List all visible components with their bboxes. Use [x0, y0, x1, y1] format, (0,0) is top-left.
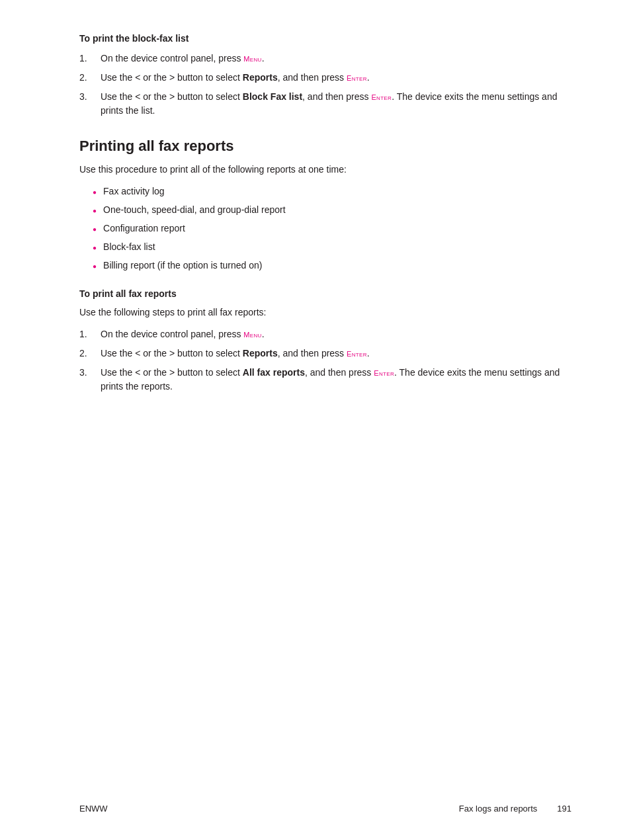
- step1-menu-keyword: Menu: [243, 55, 261, 63]
- all-fax-step-2: Use the < or the > button to select Repo…: [79, 347, 571, 360]
- all-step2-enter-keyword: Enter: [347, 350, 367, 358]
- all-fax-steps: On the device control panel, press Menu.…: [79, 327, 571, 394]
- all-step2-text-before: Use the < or the > button to select Repo…: [101, 348, 347, 358]
- all-step1-text-before: On the device control panel, press: [101, 329, 243, 339]
- bullet-item-4: Block-fax list: [93, 240, 571, 254]
- step3-text-before: Use the < or the > button to select Bloc…: [101, 91, 371, 102]
- block-fax-section: To print the block-fax list On the devic…: [79, 33, 571, 118]
- all-fax-step-1: On the device control panel, press Menu.: [79, 327, 571, 341]
- bullet-item-5: Billing report (if the option is turned …: [93, 259, 571, 273]
- all-step1-text-after: .: [262, 329, 265, 339]
- block-fax-heading: To print the block-fax list: [79, 33, 571, 44]
- bullet-list: Fax activity log One-touch, speed-dial, …: [79, 185, 571, 273]
- bullet-item-1: Fax activity log: [93, 185, 571, 198]
- all-step2-text-after: .: [367, 348, 370, 358]
- printing-all-intro: Use this procedure to print all of the f…: [79, 163, 571, 177]
- step1-text-after: .: [262, 53, 265, 63]
- printing-all-section: Printing all fax reports Use this proced…: [79, 138, 571, 394]
- step2-text-after: .: [367, 72, 370, 83]
- step1-text-before: On the device control panel, press: [101, 53, 243, 63]
- footer-label: Fax logs and reports: [459, 804, 538, 814]
- page: To print the block-fax list On the devic…: [0, 0, 631, 840]
- footer: ENWW Fax logs and reports 191: [0, 804, 631, 814]
- bullet-item-2: One-touch, speed-dial, and group-dial re…: [93, 203, 571, 217]
- footer-right: Fax logs and reports 191: [459, 804, 571, 814]
- bullet-item-3: Configuration report: [93, 222, 571, 235]
- sub-heading: To print all fax reports: [79, 288, 571, 299]
- main-heading: Printing all fax reports: [79, 138, 571, 155]
- block-fax-step-2: Use the < or the > button to select Repo…: [79, 71, 571, 85]
- footer-page-number: 191: [557, 804, 571, 814]
- block-fax-steps: On the device control panel, press Menu.…: [79, 52, 571, 118]
- block-fax-step-3: Use the < or the > button to select Bloc…: [79, 90, 571, 118]
- footer-left: ENWW: [79, 804, 108, 814]
- sub-intro: Use the following steps to print all fax…: [79, 306, 571, 319]
- block-fax-step-1: On the device control panel, press Menu.: [79, 52, 571, 65]
- all-step3-enter-keyword: Enter: [374, 369, 394, 377]
- all-step1-menu-keyword: Menu: [243, 331, 261, 339]
- all-step3-text-before: Use the < or the > button to select All …: [101, 367, 374, 378]
- step2-enter-keyword: Enter: [347, 74, 367, 82]
- step2-text-before: Use the < or the > button to select Repo…: [101, 72, 347, 83]
- step3-enter-keyword: Enter: [371, 93, 392, 101]
- all-fax-step-3: Use the < or the > button to select All …: [79, 366, 571, 394]
